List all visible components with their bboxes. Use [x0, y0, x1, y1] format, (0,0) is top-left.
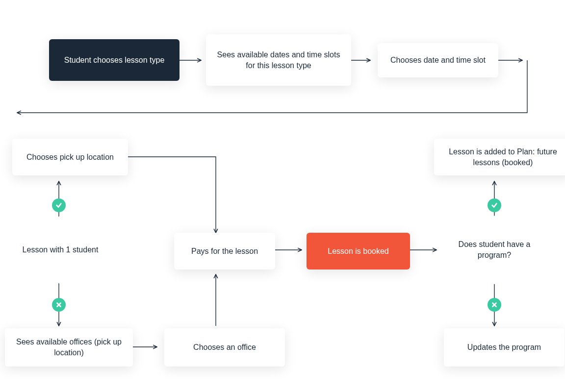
node-label: Updates the program — [467, 342, 541, 353]
node-available-offices: Sees available offices (pick up location… — [5, 328, 133, 367]
node-label: Chooses pick up location — [26, 152, 114, 163]
node-pickup-location: Chooses pick up location — [12, 139, 128, 175]
node-booked: Lesson is booked — [307, 233, 410, 270]
flowchart: { "colors": { "dark": "#1b2838", "red": … — [0, 0, 565, 392]
x-icon — [488, 298, 501, 312]
decision-has-program: Does student have a program? — [438, 216, 551, 284]
node-label: Pays for the lesson — [191, 246, 258, 257]
node-label: Chooses an office — [193, 342, 256, 353]
decision-label: Does student have a program? — [449, 239, 540, 260]
node-label: Chooses date and time slot — [390, 55, 486, 66]
node-label: Lesson is booked — [328, 246, 389, 257]
decision-one-student: Lesson with 1 student — [4, 216, 117, 284]
check-icon — [52, 198, 66, 212]
node-added-to-plan: Lesson is added to Plan: future lessons … — [434, 139, 565, 175]
x-icon — [52, 298, 66, 312]
node-label: Student chooses lesson type — [64, 55, 165, 66]
decision-label: Lesson with 1 student — [23, 245, 99, 255]
node-updates-program: Updates the program — [444, 328, 565, 367]
node-choose-lesson-type: Student chooses lesson type — [49, 39, 180, 81]
node-sees-dates: Sees available dates and time slots for … — [206, 34, 351, 86]
node-chooses-office: Chooses an office — [164, 328, 285, 367]
check-icon — [488, 198, 501, 212]
node-label: Sees available dates and time slots for … — [215, 49, 342, 71]
node-choose-date: Chooses date and time slot — [378, 43, 498, 77]
node-label: Lesson is added to Plan: future lessons … — [443, 147, 563, 168]
node-pays: Pays for the lesson — [174, 233, 275, 270]
node-label: Sees available offices (pick up location… — [14, 337, 124, 358]
